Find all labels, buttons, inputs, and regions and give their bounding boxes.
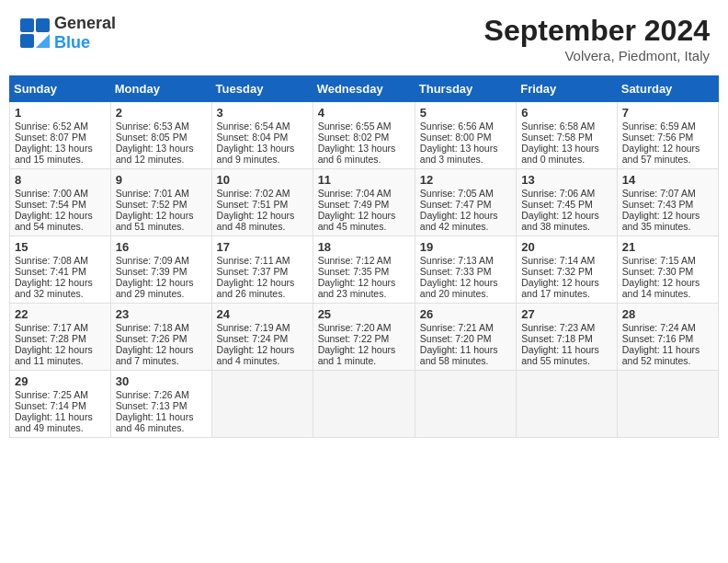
calendar-header-row: Sunday Monday Tuesday Wednesday Thursday… [10,76,719,102]
day-number: 7 [622,106,713,120]
day-info-line: and 15 minutes. [15,154,106,165]
calendar-day-cell: 3Sunrise: 6:54 AMSunset: 8:04 PMDaylight… [211,102,313,169]
day-info-line: Sunrise: 7:01 AM [116,188,207,199]
day-info-line: Sunrise: 6:56 AM [420,121,511,132]
calendar-day-cell: 16Sunrise: 7:09 AMSunset: 7:39 PMDayligh… [110,236,211,304]
day-info-line: Sunrise: 7:08 AM [15,255,106,266]
day-info-line: Daylight: 12 hours [420,210,511,221]
calendar-day-cell: 21Sunrise: 7:15 AMSunset: 7:30 PMDayligh… [617,236,718,304]
day-number: 19 [420,240,511,254]
location-subtitle: Volvera, Piedmont, Italy [484,48,710,63]
calendar-week-row: 8Sunrise: 7:00 AMSunset: 7:54 PMDaylight… [10,169,719,236]
day-info-line: Sunrise: 7:00 AM [15,188,106,199]
day-info-line: Sunrise: 7:19 AM [217,322,308,333]
day-number: 22 [15,307,106,321]
day-number: 16 [116,240,207,254]
day-info-line: Sunrise: 6:55 AM [318,121,410,132]
calendar-day-cell: 6Sunrise: 6:58 AMSunset: 7:58 PMDaylight… [517,102,618,169]
day-number: 3 [217,106,308,120]
day-number: 14 [622,173,713,187]
calendar-day-cell [517,371,618,438]
calendar-day-cell [211,371,313,438]
calendar-day-cell: 22Sunrise: 7:17 AMSunset: 7:28 PMDayligh… [10,304,111,371]
calendar-week-row: 15Sunrise: 7:08 AMSunset: 7:41 PMDayligh… [10,236,719,304]
svg-marker-3 [36,34,50,48]
day-info-line: and 14 minutes. [622,288,713,299]
day-info-line: Daylight: 12 hours [622,210,713,221]
day-info-line: Sunset: 7:32 PM [521,266,612,277]
day-number: 2 [116,106,207,120]
day-number: 4 [318,106,410,120]
col-saturday: Saturday [617,76,718,102]
calendar-day-cell: 8Sunrise: 7:00 AMSunset: 7:54 PMDaylight… [10,169,111,236]
day-info-line: Sunrise: 7:17 AM [15,322,106,333]
day-number: 30 [116,374,207,388]
calendar-day-cell: 13Sunrise: 7:06 AMSunset: 7:45 PMDayligh… [517,169,618,236]
day-info-line: Sunset: 7:33 PM [420,266,511,277]
day-info-line: Daylight: 11 hours [622,344,713,355]
day-info-line: Daylight: 12 hours [116,210,207,221]
day-info-line: Sunrise: 7:20 AM [318,322,410,333]
calendar-day-cell: 9Sunrise: 7:01 AMSunset: 7:52 PMDaylight… [110,169,211,236]
calendar-day-cell: 5Sunrise: 6:56 AMSunset: 8:00 PMDaylight… [415,102,516,169]
day-info-line: Sunset: 7:43 PM [622,199,713,210]
day-info-line: Sunrise: 6:54 AM [217,121,308,132]
day-info-line: Daylight: 13 hours [318,143,410,154]
col-thursday: Thursday [415,76,516,102]
calendar-day-cell: 7Sunrise: 6:59 AMSunset: 7:56 PMDaylight… [617,102,718,169]
day-info-line: Daylight: 12 hours [318,210,410,221]
day-number: 10 [217,173,308,187]
day-info-line: Daylight: 13 hours [15,143,106,154]
day-info-line: and 42 minutes. [420,221,511,232]
day-info-line: Sunset: 7:51 PM [217,199,308,210]
day-info-line: and 11 minutes. [15,355,106,366]
day-info-line: Sunset: 7:18 PM [521,333,612,344]
calendar-day-cell: 29Sunrise: 7:25 AMSunset: 7:14 PMDayligh… [10,371,111,438]
calendar-day-cell: 30Sunrise: 7:26 AMSunset: 7:13 PMDayligh… [110,371,211,438]
day-number: 6 [521,106,612,120]
day-number: 12 [420,173,511,187]
calendar-day-cell [415,371,516,438]
calendar-day-cell: 2Sunrise: 6:53 AMSunset: 8:05 PMDaylight… [110,102,211,169]
day-info-line: and 9 minutes. [217,154,308,165]
calendar-week-row: 1Sunrise: 6:52 AMSunset: 8:07 PMDaylight… [10,102,719,169]
calendar-day-cell: 12Sunrise: 7:05 AMSunset: 7:47 PMDayligh… [415,169,516,236]
day-info-line: Sunrise: 7:26 AM [116,389,207,400]
day-info-line: and 3 minutes. [420,154,511,165]
svg-rect-2 [20,34,34,48]
calendar-body: 1Sunrise: 6:52 AMSunset: 8:07 PMDaylight… [10,102,719,438]
logo-icon [18,17,51,50]
calendar-day-cell: 10Sunrise: 7:02 AMSunset: 7:51 PMDayligh… [211,169,313,236]
day-info-line: Sunrise: 6:53 AM [116,121,207,132]
day-info-line: Sunset: 7:47 PM [420,199,511,210]
day-number: 18 [318,240,410,254]
day-info-line: Sunset: 7:37 PM [217,266,308,277]
day-info-line: Sunset: 7:52 PM [116,199,207,210]
day-info-line: Sunset: 7:56 PM [622,132,713,143]
day-info-line: Sunset: 8:04 PM [217,132,308,143]
day-info-line: Daylight: 12 hours [15,210,106,221]
day-info-line: Daylight: 12 hours [116,277,207,288]
day-info-line: Sunrise: 7:23 AM [521,322,612,333]
calendar-day-cell: 27Sunrise: 7:23 AMSunset: 7:18 PMDayligh… [517,304,618,371]
day-info-line: and 20 minutes. [420,288,511,299]
day-info-line: and 4 minutes. [217,355,308,366]
day-info-line: and 17 minutes. [521,288,612,299]
logo: General Blue [18,14,116,52]
calendar-day-cell: 19Sunrise: 7:13 AMSunset: 7:33 PMDayligh… [415,236,516,304]
day-info-line: Daylight: 13 hours [420,143,511,154]
day-info-line: Sunrise: 7:25 AM [15,389,106,400]
calendar-day-cell: 20Sunrise: 7:14 AMSunset: 7:32 PMDayligh… [517,236,618,304]
day-info-line: Daylight: 13 hours [217,143,308,154]
day-info-line: Sunset: 7:16 PM [622,333,713,344]
day-info-line: and 58 minutes. [420,355,511,366]
day-number: 5 [420,106,511,120]
day-info-line: and 51 minutes. [116,221,207,232]
col-friday: Friday [517,76,618,102]
day-info-line: Sunrise: 7:13 AM [420,255,511,266]
day-info-line: Daylight: 12 hours [318,277,410,288]
day-info-line: Sunset: 8:07 PM [15,132,106,143]
calendar-week-row: 22Sunrise: 7:17 AMSunset: 7:28 PMDayligh… [10,304,719,371]
day-info-line: Sunrise: 7:15 AM [622,255,713,266]
day-info-line: Sunset: 7:58 PM [521,132,612,143]
